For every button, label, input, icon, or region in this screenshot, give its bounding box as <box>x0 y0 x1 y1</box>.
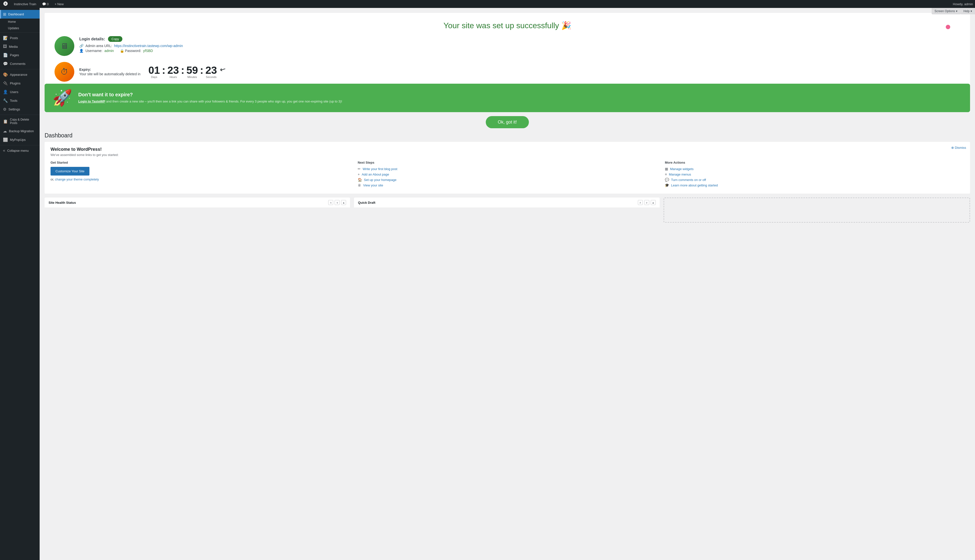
comments-link[interactable]: 💬 0 <box>41 2 50 6</box>
chevron-down-icon-help: ▾ <box>970 9 972 13</box>
quick-draft-expand-btn[interactable]: ∨ <box>644 200 649 205</box>
countdown-days: 01 Days <box>149 65 160 78</box>
quick-draft-controls: ∧ ∨ ▲ <box>638 200 656 205</box>
get-started-col: Get Started Customize Your Site or, chan… <box>50 161 350 188</box>
sidebar-item-media[interactable]: 🖼 Media <box>0 42 40 51</box>
plus-icon: + <box>55 2 57 6</box>
site-health-expand-btn[interactable]: ∨ <box>335 200 340 205</box>
refer-content: Don't want it to expire? Login to TasteW… <box>78 92 962 104</box>
next-step-blog-post: ✏ Write your first blog post <box>358 167 657 171</box>
sidebar-item-home[interactable]: Home <box>0 18 40 25</box>
copy-button[interactable]: Copy <box>108 36 122 42</box>
comments-count: 0 <box>47 2 48 6</box>
backup-icon: ☁ <box>3 129 7 133</box>
help-button[interactable]: Help ▾ <box>960 8 975 14</box>
site-health-header: Site Health Status ∧ ∨ ▲ <box>45 198 350 208</box>
screen-meta-links: Screen Options ▾ Help ▾ <box>932 8 975 14</box>
manage-menus-link[interactable]: Manage menus <box>669 173 691 176</box>
welcome-title: Welcome to WordPress! <box>50 147 964 152</box>
dashboard-icon: ⊞ <box>3 12 6 17</box>
link-icon: 🔗 <box>79 44 83 48</box>
graduation-icon: 🎓 <box>665 183 669 187</box>
site-health-body <box>45 208 350 223</box>
password-value: yfSBD <box>143 49 153 53</box>
next-step-about: + Add an About page <box>358 172 657 176</box>
site-health-collapse-btn[interactable]: ∧ <box>328 200 333 205</box>
login-tastewp-link[interactable]: Login to TasteWP <box>78 100 105 103</box>
settings-icon: ⚙ <box>3 107 7 112</box>
manage-widgets-link[interactable]: Manage widgets <box>670 167 694 171</box>
quick-draft-title: Quick Draft <box>358 201 375 205</box>
appearance-icon: 🎨 <box>3 72 8 77</box>
sidebar-item-comments[interactable]: 💬 Comments <box>0 59 40 68</box>
sidebar-item-users[interactable]: 👤 Users <box>0 88 40 96</box>
countdown-seconds: 23 Seconds <box>205 65 217 78</box>
learn-more-link[interactable]: Learn more about getting started <box>671 183 718 187</box>
quick-draft-toggle-btn[interactable]: ▲ <box>651 200 656 205</box>
menus-icon: ≡ <box>665 172 667 176</box>
collapse-icon: « <box>3 148 5 153</box>
howdy-text: Howdy, admin <box>953 2 973 6</box>
sidebar-collapse-menu[interactable]: « Collapse menu <box>0 146 40 155</box>
widgets-icon: ▦ <box>665 167 668 171</box>
more-actions-col: More Actions ▦ Manage widgets ≡ Manage m… <box>665 161 964 188</box>
sidebar-item-backup-migration[interactable]: ☁ Backup Migration <box>0 127 40 135</box>
admin-url-link[interactable]: https://instinctivetrain.tastewp.com/wp-… <box>114 44 183 48</box>
main-layout: ⊞ Dashboard Home Updates 📝 Posts 🖼 Media… <box>0 8 975 560</box>
sidebar-item-copy-delete[interactable]: 📋 Copy & Delete Posts <box>0 116 40 127</box>
setup-homepage-link[interactable]: Set up your homepage <box>364 178 397 182</box>
more-action-widgets: ▦ Manage widgets <box>665 167 964 171</box>
ok-got-it-button[interactable]: Ok, got it! <box>486 116 529 128</box>
tools-icon: 🔧 <box>3 98 8 103</box>
change-theme-text: or, <box>50 178 54 181</box>
sidebar-item-pages[interactable]: 📄 Pages <box>0 51 40 59</box>
pages-icon: 📄 <box>3 53 8 57</box>
dismiss-welcome[interactable]: ⊗ Dismiss <box>951 146 966 150</box>
view-site-link[interactable]: View your site <box>363 183 383 187</box>
countdown-hours: 23 Hours <box>167 65 179 78</box>
sidebar-item-tools[interactable]: 🔧 Tools <box>0 96 40 105</box>
sidebar-item-updates[interactable]: Updates <box>0 25 40 32</box>
new-content-btn[interactable]: + New <box>53 2 65 6</box>
quick-draft-collapse-btn[interactable]: ∧ <box>638 200 643 205</box>
site-health-controls: ∧ ∨ ▲ <box>328 200 346 205</box>
login-details-section: 🖥 Login details: Copy 🔗 Admin area URL: … <box>55 36 960 56</box>
refer-title: Don't want it to expire? <box>78 92 962 98</box>
sidebar-item-plugins[interactable]: 🔌 Plugins <box>0 79 40 88</box>
setup-title: Your site was set up successfully 🎉 <box>55 21 960 30</box>
site-health-toggle-btn[interactable]: ▲ <box>341 200 346 205</box>
pencil-icon: ✏ <box>358 167 361 171</box>
pink-dot-decoration <box>946 25 950 29</box>
user-icon: 👤 <box>79 49 83 53</box>
admin-sidebar: ⊞ Dashboard Home Updates 📝 Posts 🖼 Media… <box>0 8 40 560</box>
copy-icon: 📋 <box>3 119 8 124</box>
screen-options-button[interactable]: Screen Options ▾ <box>932 8 961 14</box>
next-steps-col: Next Steps ✏ Write your first blog post … <box>358 161 657 188</box>
main-content: Your site was set up successfully 🎉 🖥 Lo… <box>40 8 975 560</box>
mypopups-icon: ⬜ <box>3 137 8 142</box>
site-name[interactable]: Instinctive Train <box>12 2 38 6</box>
comments-nav-icon: 💬 <box>3 62 8 66</box>
username-row: 👤 Username: admin 🔒 Password: yfSBD <box>79 49 960 53</box>
page-title: Dashboard <box>45 132 970 139</box>
add-about-page-link[interactable]: Add an About page <box>362 173 389 176</box>
change-theme-link[interactable]: change your theme completely <box>55 178 99 181</box>
admin-url-row: 🔗 Admin area URL: https://instinctivetra… <box>79 44 960 48</box>
welcome-panel: ⊗ Dismiss Welcome to WordPress! We've as… <box>45 142 970 193</box>
write-blog-post-link[interactable]: Write your first blog post <box>363 167 397 171</box>
login-icon: 🖥 <box>55 36 74 56</box>
username-value: admin <box>104 49 114 53</box>
close-icon: ⊗ <box>951 146 954 150</box>
sidebar-item-appearance[interactable]: 🎨 Appearance <box>0 70 40 79</box>
more-action-comments: 💬 Turn comments on or off <box>665 178 964 182</box>
sidebar-item-posts[interactable]: 📝 Posts <box>0 34 40 42</box>
ok-button-container: Ok, got it! <box>45 116 970 128</box>
next-steps-heading: Next Steps <box>358 161 657 164</box>
sidebar-item-dashboard[interactable]: ⊞ Dashboard <box>0 10 40 18</box>
sidebar-item-settings[interactable]: ⚙ Settings <box>0 105 40 113</box>
turn-comments-link[interactable]: Turn comments on or off <box>671 178 706 182</box>
plugins-icon: 🔌 <box>3 81 8 86</box>
customize-site-button[interactable]: Customize Your Site <box>50 167 89 175</box>
sidebar-item-mypopups[interactable]: ⬜ MyPopUps <box>0 135 40 144</box>
wp-logo-icon[interactable]: 🅦 <box>2 2 9 7</box>
